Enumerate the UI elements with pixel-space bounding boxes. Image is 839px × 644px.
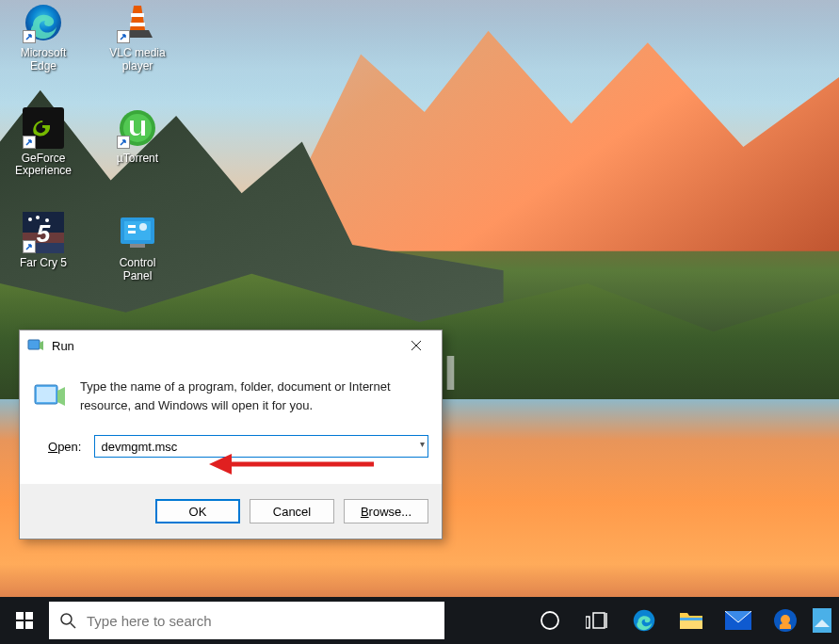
run-icon bbox=[27, 337, 44, 354]
close-icon bbox=[411, 340, 422, 351]
windows-logo-icon bbox=[16, 612, 33, 629]
shortcut-arrow-icon bbox=[23, 240, 36, 253]
desktop-icon-label: µTorrent bbox=[117, 153, 158, 166]
chevron-down-icon[interactable]: ▾ bbox=[420, 439, 425, 449]
run-dialog-titlebar[interactable]: Run bbox=[20, 330, 442, 361]
desktop-icon-row-2: GeForceExperience µTorrent bbox=[8, 105, 173, 181]
svg-rect-2 bbox=[130, 23, 145, 26]
taskbar-search[interactable]: Type here to search bbox=[49, 602, 444, 639]
desktop-icon-controlpanel[interactable]: Control Panel bbox=[102, 210, 173, 285]
ok-button[interactable]: OK bbox=[155, 499, 240, 523]
taskbar-app-security[interactable] bbox=[762, 597, 809, 644]
desktop-icon-geforce[interactable]: GeForceExperience bbox=[8, 105, 79, 181]
desktop-icon-label: MicrosoftEdge bbox=[21, 47, 67, 73]
shortcut-arrow-icon bbox=[23, 136, 36, 149]
shortcut-arrow-icon bbox=[23, 30, 36, 43]
svg-rect-18 bbox=[130, 244, 145, 248]
utorrent-icon bbox=[117, 107, 158, 149]
annotation-arrow bbox=[209, 452, 374, 476]
run-dialog-title: Run bbox=[52, 339, 396, 353]
browse-button[interactable]: Browse... bbox=[344, 499, 428, 523]
task-view-button[interactable] bbox=[573, 597, 621, 644]
taskbar-app-mail[interactable] bbox=[715, 597, 762, 644]
edge-icon bbox=[23, 2, 64, 43]
app-icon bbox=[813, 608, 831, 633]
svg-line-28 bbox=[71, 623, 75, 628]
svg-point-38 bbox=[781, 615, 790, 624]
cortana-icon bbox=[540, 610, 560, 631]
svg-rect-1 bbox=[131, 13, 144, 17]
search-icon bbox=[49, 612, 87, 629]
svg-point-29 bbox=[541, 612, 558, 629]
svg-rect-21 bbox=[37, 387, 56, 402]
desktop-wallpaper: MicrosoftEdge VLC mediaplayer GeForceExp… bbox=[0, 0, 839, 644]
desktop-icon-edge[interactable]: MicrosoftEdge bbox=[8, 0, 79, 75]
run-icon-large bbox=[33, 379, 67, 413]
file-explorer-icon bbox=[679, 610, 703, 631]
svg-text:5: 5 bbox=[37, 219, 51, 248]
desktop-icon-utorrent[interactable]: µTorrent bbox=[102, 105, 173, 181]
cancel-button[interactable]: Cancel bbox=[250, 499, 334, 523]
run-dialog-buttons: OK Cancel Browse... bbox=[20, 484, 442, 539]
svg-rect-23 bbox=[16, 612, 24, 620]
edge-icon bbox=[632, 608, 656, 633]
search-placeholder-text: Type here to search bbox=[87, 613, 212, 629]
geforce-icon bbox=[23, 107, 64, 149]
svg-point-27 bbox=[61, 614, 72, 624]
controlpanel-icon bbox=[117, 212, 158, 253]
desktop-icon-label: Far Cry 5 bbox=[20, 257, 67, 270]
desktop-icons-area: MicrosoftEdge VLC mediaplayer GeForceExp… bbox=[8, 0, 173, 285]
svg-rect-26 bbox=[25, 621, 33, 629]
desktop-icon-row-3: 5 Far Cry 5 Control Panel bbox=[8, 210, 173, 285]
taskbar-app-explorer[interactable] bbox=[668, 597, 715, 644]
farcry5-icon: 5 bbox=[23, 212, 64, 253]
svg-rect-31 bbox=[593, 613, 605, 628]
svg-rect-19 bbox=[28, 340, 40, 349]
svg-rect-24 bbox=[25, 612, 33, 620]
desktop-icon-farcry5[interactable]: 5 Far Cry 5 bbox=[8, 210, 79, 285]
run-dialog-body: Type the name of a program, folder, docu… bbox=[20, 361, 442, 435]
svg-rect-15 bbox=[128, 225, 136, 228]
svg-rect-30 bbox=[586, 617, 589, 628]
desktop-icon-vlc[interactable]: VLC mediaplayer bbox=[102, 0, 173, 75]
desktop-icon-label: GeForceExperience bbox=[15, 153, 72, 179]
open-label: Open: bbox=[48, 440, 81, 454]
taskbar-app-edge[interactable] bbox=[621, 597, 668, 644]
security-icon bbox=[773, 608, 798, 633]
svg-rect-25 bbox=[16, 621, 24, 629]
close-button[interactable] bbox=[396, 332, 436, 359]
svg-point-9 bbox=[28, 217, 32, 221]
vlc-icon bbox=[117, 2, 158, 43]
desktop-icon-label: VLC mediaplayer bbox=[109, 47, 165, 73]
mail-icon bbox=[725, 611, 751, 630]
taskbar-app-partial[interactable] bbox=[809, 597, 835, 644]
svg-rect-35 bbox=[680, 618, 702, 620]
taskbar-icons bbox=[526, 597, 835, 644]
svg-rect-16 bbox=[128, 231, 136, 233]
desktop-icon-label: Control Panel bbox=[104, 257, 171, 283]
desktop-icon-row-1: MicrosoftEdge VLC mediaplayer bbox=[8, 0, 173, 75]
shortcut-arrow-icon bbox=[117, 136, 130, 149]
shortcut-arrow-icon bbox=[117, 30, 130, 43]
taskbar: Type here to search bbox=[0, 597, 839, 644]
cortana-button[interactable] bbox=[526, 597, 573, 644]
start-button[interactable] bbox=[0, 597, 49, 644]
task-view-icon bbox=[586, 611, 608, 630]
svg-point-17 bbox=[139, 223, 147, 231]
run-dialog[interactable]: Run Type the name of a program, folder, … bbox=[19, 330, 443, 539]
run-dialog-description: Type the name of a program, folder, docu… bbox=[80, 378, 428, 414]
